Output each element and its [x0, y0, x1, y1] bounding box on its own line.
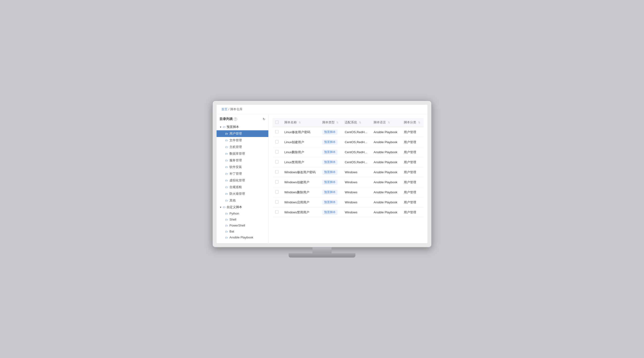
sidebar-title: 目录列表 ?: [220, 117, 237, 121]
row-checkbox-3[interactable]: [275, 160, 278, 163]
content-area: 脚本名称 ⇅ 脚本类型 ⇅ 适配系统 ⇅: [268, 114, 428, 243]
help-icon[interactable]: ?: [234, 117, 237, 121]
row-checkbox-6[interactable]: [275, 190, 278, 194]
table-row[interactable]: Windows修改用户密码 预置脚本 Windows Ansible Playb…: [272, 167, 424, 177]
sidebar-item-python[interactable]: 🗁 Python: [216, 210, 268, 216]
breadcrumb-separator: /: [228, 107, 230, 111]
row-name-3: Linux禁用用户: [282, 157, 320, 167]
table-row[interactable]: Linux删除用户 预置脚本 CentOS,RedH... Ansible Pl…: [272, 147, 424, 157]
sidebar-item-patch-mgmt[interactable]: 🗁 补丁管理: [216, 170, 268, 177]
sidebar-label-patch-mgmt: 补丁管理: [230, 172, 242, 176]
select-all-checkbox[interactable]: [275, 121, 278, 124]
table-row[interactable]: Windows删除用户 预置脚本 Windows Ansible Playboo…: [272, 187, 424, 197]
row-lang-7: Ansible Playbook: [371, 197, 401, 207]
table-row[interactable]: Windows禁用用户 预置脚本 Windows Ansible Playboo…: [272, 207, 424, 217]
row-checkbox-5[interactable]: [275, 180, 278, 184]
row-checkbox-cell: [272, 127, 282, 137]
header-lang: 脚本语言 ⇅: [371, 118, 401, 127]
tree-group-preset[interactable]: ▼ 🗁 预置脚本: [216, 124, 268, 130]
sidebar-item-ansible[interactable]: 🗁 Ansible Playbook: [216, 234, 268, 240]
table-row[interactable]: Linux创建用户 预置脚本 CentOS,RedH... Ansible Pl…: [272, 137, 424, 147]
breadcrumb-home[interactable]: 首页: [221, 107, 228, 111]
monitor-stand-base: [288, 253, 356, 257]
sidebar: 目录列表 ? ↻ ▼ 🗁 预置脚本: [216, 114, 268, 243]
sidebar-item-svc-mgmt[interactable]: 🗁 服务管理: [216, 157, 268, 164]
header-category: 脚本分类 ⇅: [401, 118, 424, 127]
sidebar-item-bat[interactable]: 🗁 Bat: [216, 228, 268, 234]
sidebar-label-firewall-mgmt: 防火墙管理: [230, 192, 245, 196]
sidebar-label-compliance: 合规巡检: [230, 185, 242, 189]
row-lang-8: Ansible Playbook: [371, 207, 401, 217]
sidebar-item-compliance[interactable]: 🗁 合规巡检: [216, 184, 268, 190]
monitor-stand-neck: [312, 247, 332, 253]
sidebar-label-sw-install: 软件安装: [230, 165, 242, 169]
header-name: 脚本名称 ⇅: [282, 118, 320, 127]
arrow-preset: ▼: [220, 126, 222, 128]
sort-icon-name[interactable]: ⇅: [299, 121, 301, 124]
sort-icon-os[interactable]: ⇅: [359, 121, 361, 124]
sidebar-header: 目录列表 ? ↻: [216, 117, 268, 124]
row-checkbox-cell: [272, 177, 282, 187]
row-os-5: Windows: [342, 177, 371, 187]
folder-icon-custom: 🗁: [223, 205, 226, 209]
row-type-0: 预置脚本: [320, 127, 342, 137]
sidebar-item-user-mgmt[interactable]: 🗁 用户管理: [216, 130, 268, 137]
row-type-6: 预置脚本: [320, 187, 342, 197]
row-lang-6: Ansible Playbook: [371, 187, 401, 197]
row-category-8: 用户管理: [401, 207, 424, 217]
sidebar-label-ansible: Ansible Playbook: [230, 236, 253, 239]
row-name-4: Windows修改用户密码: [282, 167, 320, 177]
row-category-5: 用户管理: [401, 177, 424, 187]
row-type-3: 预置脚本: [320, 157, 342, 167]
folder-icon-ansible: 🗁: [225, 236, 228, 239]
row-checkbox-cell: [272, 207, 282, 217]
row-checkbox-8[interactable]: [275, 210, 278, 214]
sort-icon-type[interactable]: ⇅: [336, 121, 338, 124]
sidebar-item-powershell[interactable]: 🗁 PowerShell: [216, 222, 268, 228]
row-checkbox-cell: [272, 137, 282, 147]
folder-icon-sw-install: 🗁: [225, 165, 228, 169]
row-checkbox-0[interactable]: [275, 130, 278, 133]
folder-icon-firewall-mgmt: 🗁: [225, 192, 228, 195]
sidebar-item-firewall-mgmt[interactable]: 🗁 防火墙管理: [216, 190, 268, 197]
row-os-1: CentOS,RedH...: [342, 137, 371, 147]
sidebar-label-bat: Bat: [230, 230, 234, 233]
sidebar-label-host-mgmt: 主机管理: [230, 145, 242, 149]
row-lang-0: Ansible Playbook: [371, 127, 401, 137]
folder-icon-compliance: 🗁: [225, 185, 228, 189]
sidebar-item-shell[interactable]: 🗁 Shell: [216, 216, 268, 222]
row-checkbox-2[interactable]: [275, 150, 278, 153]
tree-group-custom[interactable]: ▼ 🗁 自定义脚本: [216, 204, 268, 210]
sidebar-item-sw-install[interactable]: 🗁 软件安装: [216, 164, 268, 170]
monitor-screen: 首页 / 脚本仓库 目录列表 ? ↻: [212, 101, 432, 247]
sidebar-item-virt-mgmt[interactable]: 🗁 虚拟化管理: [216, 177, 268, 184]
sidebar-item-db-mgmt[interactable]: 🗁 数据库管理: [216, 150, 268, 157]
sidebar-item-host-mgmt[interactable]: 🗁 主机管理: [216, 144, 268, 150]
row-checkbox-7[interactable]: [275, 200, 278, 204]
row-category-4: 用户管理: [401, 167, 424, 177]
folder-icon-user-mgmt: 🗁: [225, 132, 228, 135]
folder-icon-svc-mgmt: 🗁: [225, 159, 228, 162]
row-checkbox-4[interactable]: [275, 170, 278, 174]
breadcrumb: 首页 / 脚本仓库: [216, 105, 428, 114]
row-name-5: Windows创建用户: [282, 177, 320, 187]
header-type: 脚本类型 ⇅: [320, 118, 342, 127]
row-checkbox-cell: [272, 187, 282, 197]
header-os: 适配系统 ⇅: [342, 118, 371, 127]
sort-icon-category[interactable]: ⇅: [418, 121, 420, 124]
sort-icon-lang[interactable]: ⇅: [388, 121, 390, 124]
row-checkbox-cell: [272, 157, 282, 167]
sidebar-item-other[interactable]: 🗁 其他: [216, 197, 268, 204]
table-row[interactable]: Windows启用用户 预置脚本 Windows Ansible Playboo…: [272, 197, 424, 207]
table-row[interactable]: Linux修改用户密码 预置脚本 CentOS,RedH... Ansible …: [272, 127, 424, 137]
table-row[interactable]: Windows创建用户 预置脚本 Windows Ansible Playboo…: [272, 177, 424, 187]
row-os-2: CentOS,RedH...: [342, 147, 371, 157]
row-checkbox-1[interactable]: [275, 140, 278, 143]
sidebar-item-file-mgmt[interactable]: 🗁 文件管理: [216, 137, 268, 144]
table-row[interactable]: Linux禁用用户 预置脚本 CentOS,RedH... Ansible Pl…: [272, 157, 424, 167]
folder-icon-powershell: 🗁: [225, 224, 228, 227]
row-name-1: Linux创建用户: [282, 137, 320, 147]
row-lang-5: Ansible Playbook: [371, 177, 401, 187]
row-lang-1: Ansible Playbook: [371, 137, 401, 147]
refresh-icon[interactable]: ↻: [262, 117, 266, 121]
